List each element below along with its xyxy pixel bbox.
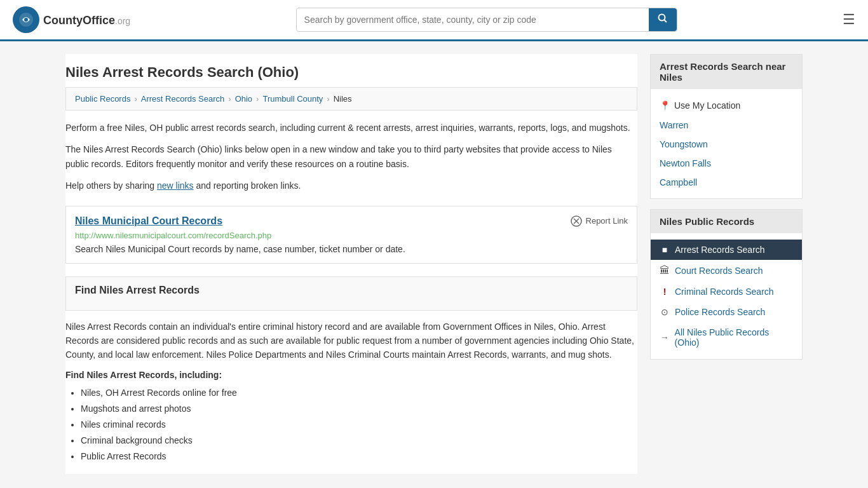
use-my-location-label: Use My Location xyxy=(674,100,740,111)
breadcrumb-arrest-records[interactable]: Arrest Records Search xyxy=(141,94,225,104)
report-link[interactable]: Report Link xyxy=(571,215,628,227)
search-bar[interactable] xyxy=(296,8,677,32)
sidebar-item-court-label: Court Records Search xyxy=(675,266,763,276)
record-card: Niles Municipal Court Records Report Lin… xyxy=(65,206,637,264)
list-item: Public Arrest Records xyxy=(81,449,637,464)
sidebar-nearby-content: 📍 Use My Location Warren Youngstown Newt… xyxy=(651,89,802,198)
svg-point-2 xyxy=(24,18,28,22)
hamburger-menu[interactable]: ☰ xyxy=(843,11,855,28)
svg-point-3 xyxy=(658,15,665,21)
breadcrumb-trumbull[interactable]: Trumbull County xyxy=(262,94,323,104)
list-item: Niles, OH Arrest Records online for free xyxy=(81,385,637,401)
sidebar-nearby-title: Arrest Records Search near Niles xyxy=(651,55,802,89)
sidebar-link-newton-falls[interactable]: Newton Falls xyxy=(651,154,802,173)
record-title[interactable]: Niles Municipal Court Records xyxy=(75,215,222,227)
find-body-area: Niles Arrest Records contain an individu… xyxy=(65,311,637,474)
report-link-label: Report Link xyxy=(586,216,628,226)
find-list: Niles, OH Arrest Records online for free… xyxy=(65,385,637,465)
logo-text: CountyOffice.org xyxy=(43,13,130,27)
sidebar-nearby-box: Arrest Records Search near Niles 📍 Use M… xyxy=(650,54,803,199)
breadcrumb-current: Niles xyxy=(334,94,352,104)
sidebar-item-police-records[interactable]: ⊙ Police Records Search xyxy=(651,302,802,322)
sidebar-item-criminal-label: Criminal Records Search xyxy=(675,287,774,297)
find-section-title: Find Niles Arrest Records xyxy=(75,285,628,296)
criminal-records-icon: ! xyxy=(660,287,670,297)
court-records-icon: 🏛 xyxy=(660,265,670,276)
arrest-records-icon: ■ xyxy=(660,245,670,255)
sidebar-link-campbell[interactable]: Campbell xyxy=(651,173,802,192)
sidebar-item-criminal-records[interactable]: ! Criminal Records Search xyxy=(651,281,802,302)
sidebar-item-all-label: All Niles Public Records (Ohio) xyxy=(675,327,793,348)
list-item: Niles criminal records xyxy=(81,417,637,433)
intro-3-pre: Help others by sharing xyxy=(65,180,157,191)
report-link-icon xyxy=(571,215,582,227)
all-records-icon: → xyxy=(660,332,670,342)
breadcrumb-public-records[interactable]: Public Records xyxy=(75,94,130,104)
find-body-text: Niles Arrest Records contain an individu… xyxy=(65,320,637,362)
svg-line-4 xyxy=(664,20,667,23)
search-button[interactable] xyxy=(649,8,677,31)
intro-3-post: and reporting broken links. xyxy=(194,180,301,191)
new-links-link[interactable]: new links xyxy=(157,180,194,191)
sidebar-link-warren[interactable]: Warren xyxy=(651,116,802,135)
sidebar-public-records-box: Niles Public Records ■ Arrest Records Se… xyxy=(650,209,803,360)
intro-paragraph-1: Perform a free Niles, OH public arrest r… xyxy=(65,121,637,135)
breadcrumb: Public Records › Arrest Records Search ›… xyxy=(65,87,637,111)
location-dot-icon: 📍 xyxy=(660,100,670,111)
intro-paragraph-3: Help others by sharing new links and rep… xyxy=(65,179,637,193)
sidebar-item-police-label: Police Records Search xyxy=(675,307,765,317)
sidebar-public-records-title: Niles Public Records xyxy=(651,210,802,233)
sidebar-item-arrest-label: Arrest Records Search xyxy=(675,245,765,255)
sidebar: Arrest Records Search near Niles 📍 Use M… xyxy=(650,54,803,474)
list-item: Criminal background checks xyxy=(81,433,637,449)
record-desc: Search Niles Municipal Court records by … xyxy=(75,244,628,254)
list-item: Mugshots and arrest photos xyxy=(81,401,637,417)
sidebar-public-records-content: ■ Arrest Records Search 🏛 Court Records … xyxy=(651,233,802,359)
record-url[interactable]: http://www.nilesmunicipalcourt.com/recor… xyxy=(75,231,628,240)
page-title: Niles Arrest Records Search (Ohio) xyxy=(65,54,637,87)
find-section: Find Niles Arrest Records xyxy=(65,276,637,311)
sidebar-item-arrest-records[interactable]: ■ Arrest Records Search xyxy=(651,240,802,260)
sidebar-link-youngstown[interactable]: Youngstown xyxy=(651,135,802,154)
sidebar-item-all-records[interactable]: → All Niles Public Records (Ohio) xyxy=(651,322,802,353)
logo-icon xyxy=(13,6,39,33)
sidebar-item-court-records[interactable]: 🏛 Court Records Search xyxy=(651,260,802,281)
intro-paragraph-2: The Niles Arrest Records Search (Ohio) l… xyxy=(65,142,637,171)
logo[interactable]: CountyOffice.org xyxy=(13,6,130,33)
search-input[interactable] xyxy=(297,10,649,30)
use-my-location[interactable]: 📍 Use My Location xyxy=(651,95,802,116)
breadcrumb-ohio[interactable]: Ohio xyxy=(235,94,252,104)
find-subtitle: Find Niles Arrest Records, including: xyxy=(65,370,637,380)
police-records-icon: ⊙ xyxy=(660,307,670,317)
